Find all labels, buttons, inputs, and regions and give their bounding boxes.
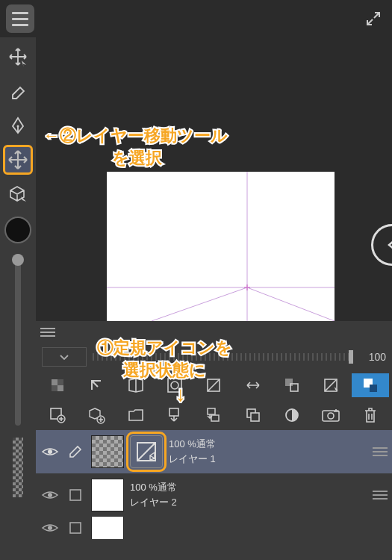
opacity-row: 100 — [36, 343, 392, 370]
top-bar — [0, 0, 392, 37]
blend-mode-dropdown[interactable] — [42, 347, 87, 367]
duplicate-icon[interactable] — [234, 403, 272, 427]
panel-layout-icon[interactable] — [352, 373, 389, 397]
layer-color-icon[interactable] — [273, 373, 311, 397]
ruler-icon-active[interactable] — [130, 435, 163, 468]
svg-rect-33 — [70, 523, 81, 533]
svg-rect-6 — [57, 385, 63, 391]
3d-tool[interactable] — [3, 179, 33, 209]
canvas[interactable] — [107, 172, 335, 321]
svg-point-27 — [328, 413, 334, 419]
svg-rect-24 — [251, 413, 259, 421]
edit-icon[interactable] — [66, 444, 85, 460]
layer-blend-label: 100 %通常 — [130, 481, 367, 494]
opacity-slider[interactable] — [93, 353, 353, 361]
visibility-icon[interactable] — [40, 446, 60, 458]
svg-rect-26 — [323, 411, 339, 421]
clip-mask-icon[interactable] — [78, 373, 115, 397]
svg-point-30 — [48, 493, 52, 497]
svg-rect-7 — [57, 379, 63, 385]
camera-icon[interactable] — [312, 403, 349, 427]
svg-rect-5 — [52, 379, 57, 385]
svg-rect-9 — [168, 379, 181, 392]
visibility-icon[interactable] — [40, 522, 60, 534]
svg-point-0 — [17, 125, 19, 128]
layer-name-label: レイヤー 2 — [130, 496, 367, 509]
svg-line-4 — [247, 287, 335, 321]
opacity-value: 100 — [359, 351, 386, 363]
svg-rect-21 — [208, 408, 215, 414]
brush-size-slider[interactable] — [15, 254, 21, 426]
ruler-toggle-icon[interactable] — [195, 373, 232, 397]
panel-menu-button[interactable] — [40, 328, 55, 337]
reference-icon[interactable] — [117, 373, 155, 397]
left-toolbar — [0, 37, 36, 560]
layer-row-2[interactable]: 100 %通常 レイヤー 2 — [36, 473, 392, 517]
trash-icon[interactable] — [352, 403, 389, 427]
new-3d-layer-icon[interactable] — [78, 403, 115, 427]
transfer-down-icon[interactable] — [156, 403, 193, 427]
svg-point-28 — [48, 449, 52, 454]
eraser-tool[interactable] — [3, 76, 33, 106]
layer-move-tool[interactable] — [3, 145, 33, 175]
layer-blend-label: 100 %通常 — [169, 438, 367, 451]
layer-info: 100 %通常 レイヤー 1 — [169, 438, 367, 466]
svg-point-32 — [48, 526, 52, 530]
merge-down-icon[interactable] — [195, 403, 232, 427]
foreground-color[interactable] — [4, 217, 31, 243]
move-transform-tool[interactable] — [3, 42, 33, 72]
canvas-area[interactable] — [36, 37, 392, 321]
svg-rect-22 — [211, 415, 219, 421]
fullscreen-button[interactable] — [361, 6, 386, 31]
layer-name-label: レイヤー 1 — [169, 452, 367, 466]
mask-icon[interactable] — [156, 373, 193, 397]
svg-point-10 — [171, 382, 178, 389]
svg-rect-20 — [169, 408, 178, 416]
layer-thumbnail[interactable] — [91, 479, 124, 511]
pen-tool[interactable] — [3, 111, 33, 140]
layer-toolbar-row-1 — [36, 370, 392, 400]
menu-button[interactable] — [6, 4, 34, 33]
ruler-options-icon[interactable] — [312, 373, 349, 397]
layer-row-3[interactable] — [36, 517, 392, 539]
new-layer-icon[interactable] — [39, 403, 76, 427]
svg-rect-16 — [370, 385, 377, 392]
layer-thumbnail[interactable] — [91, 517, 124, 539]
edit-box-icon[interactable] — [66, 488, 85, 503]
effect-icon[interactable] — [234, 373, 272, 397]
edit-box-icon[interactable] — [66, 520, 85, 535]
visibility-icon[interactable] — [40, 489, 60, 501]
lock-alpha-icon[interactable] — [39, 373, 76, 397]
opacity-gradient[interactable] — [13, 438, 23, 497]
drag-handle-icon[interactable] — [373, 447, 388, 456]
panel-header — [36, 321, 392, 343]
layer-info: 100 %通常 レイヤー 2 — [130, 481, 367, 509]
layer-toolbar-row-2 — [36, 400, 392, 430]
layer-panel: 100 100 %通常 レ — [36, 321, 392, 560]
svg-rect-12 — [285, 379, 293, 386]
svg-line-3 — [152, 287, 247, 321]
drag-handle-icon[interactable] — [373, 491, 388, 500]
svg-rect-31 — [70, 490, 81, 500]
layer-row-1[interactable]: 100 %通常 レイヤー 1 — [36, 430, 392, 473]
layer-thumbnail[interactable] — [91, 435, 124, 468]
adjustment-layer-icon[interactable] — [273, 403, 311, 427]
folder-icon[interactable] — [117, 403, 155, 427]
svg-rect-8 — [52, 385, 57, 391]
